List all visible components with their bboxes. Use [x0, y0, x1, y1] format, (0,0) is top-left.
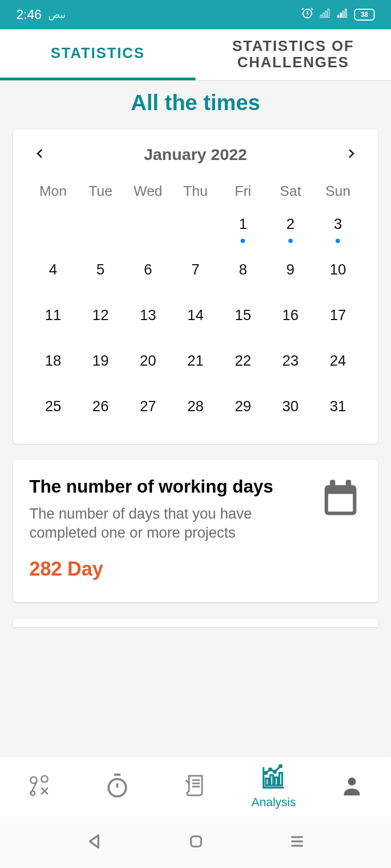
calendar-next-button[interactable]: [340, 148, 362, 162]
calendar-day[interactable]: 4: [29, 261, 77, 285]
next-card-peek: [13, 618, 378, 627]
calendar-day[interactable]: 21: [172, 353, 219, 376]
calendar-day[interactable]: 11: [29, 307, 77, 331]
alarm-icon: [301, 7, 314, 23]
calendar-day[interactable]: 24: [314, 353, 362, 376]
nav-item-analysis[interactable]: Analysis: [235, 757, 313, 816]
calendar-day[interactable]: 9: [267, 261, 314, 285]
calendar-day[interactable]: 6: [124, 261, 172, 285]
calendar-day[interactable]: 8: [219, 261, 267, 285]
calendar-day[interactable]: 28: [172, 398, 219, 422]
chart-icon: [260, 764, 287, 793]
svg-rect-10: [328, 494, 353, 512]
calendar-day[interactable]: 20: [124, 353, 172, 376]
status-bar: 2:46 نبض 38: [0, 0, 391, 29]
stopwatch-icon: [104, 773, 130, 801]
svg-rect-1: [320, 15, 322, 18]
chevron-right-icon: [345, 148, 357, 159]
weekday-label: Sun: [314, 183, 362, 200]
calendar-day[interactable]: 27: [124, 398, 172, 422]
calendar-day[interactable]: 12: [77, 307, 124, 331]
tab-statistics-of-challenges[interactable]: STATISTICS OF CHALLENGES: [195, 29, 391, 80]
svg-rect-12: [346, 480, 351, 487]
calendar-day[interactable]: 16: [267, 307, 314, 331]
status-left: 2:46 نبض: [16, 7, 66, 22]
sys-home-button[interactable]: [187, 833, 205, 852]
tab-label: STATISTICS OF CHALLENGES: [195, 39, 391, 71]
calendar-day[interactable]: 18: [29, 353, 77, 376]
svg-rect-20: [279, 773, 282, 786]
svg-rect-3: [325, 11, 327, 17]
weekday-label: Tue: [77, 183, 124, 200]
weekday-label: Mon: [29, 183, 77, 200]
person-icon: [340, 774, 364, 800]
tab-statistics[interactable]: STATISTICS: [0, 29, 195, 80]
calendar-day[interactable]: 10: [314, 261, 362, 285]
calendar-day[interactable]: 3: [314, 216, 362, 240]
status-app-label: نبض: [48, 9, 66, 21]
calendar-day[interactable]: 15: [219, 307, 267, 331]
svg-point-23: [274, 771, 276, 773]
sys-recent-button[interactable]: [288, 833, 306, 852]
calendar-day[interactable]: 23: [267, 353, 314, 376]
svg-rect-17: [266, 778, 268, 786]
nav-item-tools[interactable]: [0, 757, 78, 816]
svg-rect-6: [340, 13, 342, 17]
calendar-prev-button[interactable]: [29, 148, 51, 162]
svg-rect-19: [275, 777, 278, 786]
calendar-day[interactable]: 22: [219, 353, 267, 376]
stat-card-working-days: The number of working days The number of…: [13, 460, 378, 602]
chevron-left-icon: [34, 148, 46, 159]
calendar-day[interactable]: 26: [77, 398, 124, 422]
calendar-day-dot: [336, 239, 340, 243]
calendar-day[interactable]: 7: [172, 261, 219, 285]
weekday-label: Fri: [219, 183, 267, 200]
calendar-day[interactable]: 1: [219, 216, 267, 240]
calendar-days-grid: 1234567891011121314151617181920212223242…: [29, 216, 362, 422]
calendar-day[interactable]: 5: [77, 261, 124, 285]
tabs: STATISTICS STATISTICS OF CHALLENGES: [0, 29, 391, 81]
sys-back-button[interactable]: [85, 832, 104, 853]
calendar-day[interactable]: 13: [124, 307, 172, 331]
stat-title: The number of working days: [29, 476, 308, 497]
calendar-header: January 2022: [29, 145, 362, 164]
svg-rect-7: [343, 11, 344, 17]
svg-point-25: [348, 777, 356, 786]
weekday-label: Sat: [267, 183, 314, 200]
svg-rect-8: [345, 9, 347, 18]
tab-label: STATISTICS: [51, 46, 145, 62]
tools-icon: [26, 773, 52, 801]
weekday-label: Wed: [124, 183, 172, 200]
signal-icon: [319, 7, 331, 22]
calendar-day[interactable]: 19: [77, 353, 124, 376]
notes-icon: [182, 773, 209, 801]
calendar-day[interactable]: 14: [172, 307, 219, 331]
calendar-day[interactable]: 25: [29, 398, 77, 422]
calendar-month-label: January 2022: [144, 145, 247, 164]
svg-point-22: [269, 768, 272, 770]
calendar-card: January 2022 MonTueWedThuFriSatSun 12345…: [13, 129, 378, 444]
nav-item-notes[interactable]: [156, 757, 235, 816]
stat-description: The number of days that you have complet…: [29, 505, 308, 542]
calendar-day[interactable]: 31: [314, 398, 362, 422]
svg-point-21: [264, 772, 267, 774]
calendar-icon: [319, 476, 362, 519]
svg-rect-18: [270, 775, 273, 786]
calendar-day-dot: [288, 239, 293, 243]
signal-icon-2: [337, 7, 349, 22]
calendar-weekdays: MonTueWedThuFriSatSun: [29, 183, 362, 200]
svg-point-15: [30, 791, 35, 795]
bottom-nav: Analysis: [0, 757, 391, 816]
svg-rect-26: [191, 836, 201, 846]
battery-icon: 38: [354, 9, 375, 21]
calendar-day[interactable]: 2: [267, 216, 314, 240]
nav-item-profile[interactable]: [313, 757, 391, 816]
calendar-day[interactable]: 30: [267, 398, 314, 422]
svg-rect-11: [330, 480, 336, 487]
system-nav-bar: [0, 816, 391, 868]
calendar-day[interactable]: 29: [219, 398, 267, 422]
status-right: 38: [301, 7, 375, 23]
calendar-day[interactable]: 17: [314, 307, 362, 331]
calendar-day-dot: [241, 239, 245, 243]
nav-item-timer[interactable]: [78, 757, 156, 816]
